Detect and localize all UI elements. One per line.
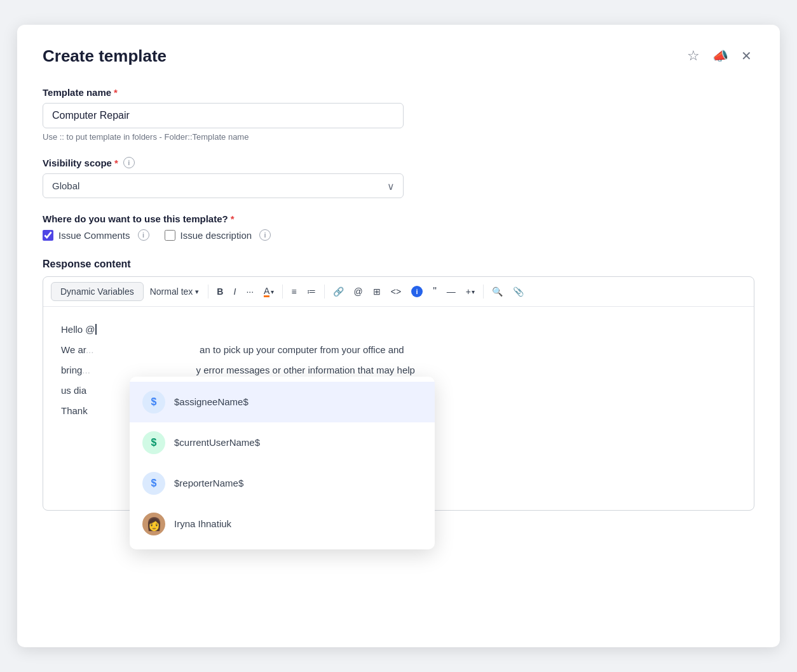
iryna-avatar-emoji: 👩 xyxy=(146,514,162,534)
plus-icon: + xyxy=(466,286,471,297)
code-icon: <> xyxy=(391,286,401,297)
text-format-label: Normal tex xyxy=(150,286,193,297)
quote-icon: " xyxy=(433,286,437,297)
editor-line-3: bring... y error messages or other infor… xyxy=(61,363,736,378)
search-icon: 🔍 xyxy=(492,286,503,297)
visibility-info-icon: i xyxy=(123,157,135,168)
dash-icon: — xyxy=(447,286,456,297)
dropdown-item-reporter-name[interactable]: $ $reporterName$ xyxy=(130,463,435,504)
at-icon: @ xyxy=(354,286,363,297)
megaphone-icon: 📣 xyxy=(712,48,728,64)
close-icon: ✕ xyxy=(741,48,752,64)
star-button[interactable]: ☆ xyxy=(685,45,702,67)
toolbar-divider-2 xyxy=(282,285,283,299)
usage-label: Where do you want to use this template? … xyxy=(43,213,754,224)
star-icon: ☆ xyxy=(687,48,700,64)
info-icon-toolbar: i xyxy=(411,286,423,297)
issue-comments-info-icon: i xyxy=(138,229,149,241)
info-button[interactable]: i xyxy=(407,283,427,300)
more-button[interactable]: ··· xyxy=(242,283,258,300)
editor-toolbar: Dynamic Variables Normal tex ▾ B I ··· A xyxy=(43,277,754,307)
attach-button[interactable]: 📎 xyxy=(508,283,528,300)
visibility-required-indicator: * xyxy=(114,158,118,168)
issue-comments-label: Issue Comments xyxy=(58,230,130,241)
iryna-ihnatiuk-label: Iryna Ihnatiuk xyxy=(174,516,231,532)
usage-section: Where do you want to use this template? … xyxy=(43,213,754,241)
issue-description-info-icon: i xyxy=(259,229,271,241)
ordered-list-button[interactable]: ≔ xyxy=(303,283,320,300)
font-color-button[interactable]: A ▾ xyxy=(259,283,278,300)
search-button[interactable]: 🔍 xyxy=(487,283,507,300)
visibility-scope-select[interactable]: Global Personal Team xyxy=(43,173,404,198)
table-button[interactable]: ⊞ xyxy=(369,283,385,300)
iryna-avatar: 👩 xyxy=(142,513,165,535)
editor-line-1: Hello @ xyxy=(61,322,736,337)
header-icons: ☆ 📣 ✕ xyxy=(685,45,754,67)
modal-title: Create template xyxy=(43,46,167,66)
current-user-name-label: $currentUserName$ xyxy=(174,435,260,450)
dropdown-item-iryna-ihnatiuk[interactable]: 👩 Iryna Ihnatiuk xyxy=(130,504,435,544)
usage-checkbox-group: Issue Comments i Issue description i xyxy=(43,229,754,241)
dynamic-variables-button[interactable]: Dynamic Variables xyxy=(51,282,144,301)
italic-icon: I xyxy=(233,286,236,297)
mention-dropdown: $ $assigneeName$ $ $currentUserName$ $ $… xyxy=(130,377,435,549)
issue-description-label: Issue description xyxy=(181,230,252,241)
assignee-name-label: $assigneeName$ xyxy=(174,394,249,410)
issue-description-item: Issue description i xyxy=(165,229,271,241)
issue-comments-item: Issue Comments i xyxy=(43,229,149,241)
editor-container: Dynamic Variables Normal tex ▾ B I ··· A xyxy=(43,276,754,511)
toolbar-divider-3 xyxy=(324,285,325,299)
bullet-list-button[interactable]: ≡ xyxy=(287,283,301,300)
mention-button[interactable]: @ xyxy=(350,283,367,300)
quote-button[interactable]: " xyxy=(428,283,441,300)
current-user-name-icon: $ xyxy=(142,431,165,454)
more-icon: ··· xyxy=(246,286,254,297)
insert-chevron-icon: ▾ xyxy=(472,288,475,295)
link-icon: 🔗 xyxy=(333,286,344,297)
issue-comments-checkbox[interactable] xyxy=(43,230,53,241)
bold-button[interactable]: B xyxy=(212,283,228,300)
visibility-scope-label: Visibility scope * i xyxy=(43,157,754,168)
dropdown-item-current-user-name[interactable]: $ $currentUserName$ xyxy=(130,422,435,463)
reporter-name-icon: $ xyxy=(142,472,165,495)
close-button[interactable]: ✕ xyxy=(739,46,754,66)
template-name-hint: Use :: to put template in folders - Fold… xyxy=(43,132,754,142)
issue-description-checkbox[interactable] xyxy=(165,230,175,241)
text-format-chevron-icon: ▾ xyxy=(195,288,199,296)
font-color-chevron-icon: ▾ xyxy=(271,288,274,295)
link-button[interactable]: 🔗 xyxy=(329,283,348,300)
toolbar-divider-1 xyxy=(208,285,208,299)
assignee-name-icon: $ xyxy=(142,391,165,413)
megaphone-button[interactable]: 📣 xyxy=(710,46,731,66)
text-format-dropdown[interactable]: Normal tex ▾ xyxy=(145,284,205,299)
font-color-icon: A xyxy=(264,286,269,297)
attach-icon: 📎 xyxy=(513,286,524,297)
visibility-select-wrapper: Global Personal Team ∨ xyxy=(43,173,404,198)
template-name-section: Template name * Use :: to put template i… xyxy=(43,87,754,142)
reporter-name-label: $reporterName$ xyxy=(174,476,243,491)
response-content-label: Response content xyxy=(43,259,754,270)
visibility-scope-section: Visibility scope * i Global Personal Tea… xyxy=(43,157,754,198)
toolbar-divider-4 xyxy=(483,285,484,299)
create-template-modal: Create template ☆ 📣 ✕ Template name * Us… xyxy=(17,25,780,647)
usage-required-indicator: * xyxy=(231,213,235,224)
insert-button[interactable]: + ▾ xyxy=(461,283,479,300)
template-name-input[interactable] xyxy=(43,103,404,128)
italic-button[interactable]: I xyxy=(229,283,240,300)
table-icon: ⊞ xyxy=(373,286,381,297)
bullet-list-icon: ≡ xyxy=(291,286,296,297)
template-name-label: Template name * xyxy=(43,87,754,98)
editor-line-2: We ar... an to pick up your computer fro… xyxy=(61,342,736,358)
text-cursor xyxy=(95,324,97,335)
required-indicator: * xyxy=(114,87,118,98)
bold-icon: B xyxy=(217,286,223,297)
editor-body[interactable]: Hello @ We ar... an to pick up your comp… xyxy=(43,307,754,510)
ordered-list-icon: ≔ xyxy=(307,286,316,297)
modal-header: Create template ☆ 📣 ✕ xyxy=(43,45,754,67)
dropdown-item-assignee-name[interactable]: $ $assigneeName$ xyxy=(130,382,435,422)
response-content-section: Response content Dynamic Variables Norma… xyxy=(43,259,754,511)
dash-button[interactable]: — xyxy=(442,283,460,300)
code-button[interactable]: <> xyxy=(386,283,405,300)
